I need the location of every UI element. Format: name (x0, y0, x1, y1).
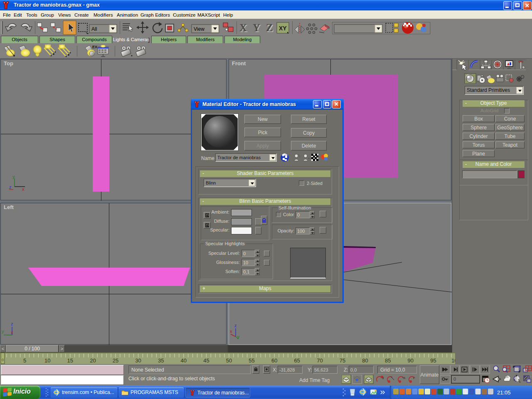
svg-text:z: z (11, 321, 13, 326)
svg-text:EX: EX (92, 45, 97, 49)
svg-text:Y: Y (253, 22, 260, 33)
svg-text:65: 65 (294, 357, 300, 364)
svg-text:5: 5 (23, 357, 26, 364)
svg-text:70: 70 (317, 357, 323, 364)
svg-text:Z: Z (266, 22, 273, 33)
svg-text:35: 35 (158, 357, 164, 364)
svg-text:y: y (237, 334, 240, 339)
svg-text:0: 0 (2, 358, 4, 362)
svg-text:x: x (230, 329, 232, 334)
svg-text:z: z (9, 185, 12, 190)
svg-text:3: 3 (382, 376, 384, 380)
svg-text:20: 20 (90, 357, 96, 364)
svg-text:80: 80 (362, 357, 368, 364)
svg-text:40: 40 (181, 357, 187, 364)
svg-text:90: 90 (408, 357, 414, 364)
svg-text:30: 30 (135, 357, 141, 364)
svg-text:F: F (413, 376, 415, 380)
svg-text:60: 60 (271, 357, 277, 364)
svg-text:z: z (234, 323, 237, 328)
svg-text:100: 100 (451, 357, 455, 364)
svg-text:y: y (12, 175, 15, 179)
svg-text:45: 45 (203, 357, 209, 364)
svg-text:y: y (2, 329, 4, 334)
svg-text:%: % (402, 376, 405, 380)
svg-text:XY: XY (279, 25, 287, 32)
svg-text:0: 0 (453, 377, 456, 382)
svg-text:85: 85 (385, 357, 391, 364)
svg-text:X: X (239, 22, 247, 33)
svg-text:x: x (11, 330, 13, 335)
svg-text:95: 95 (430, 357, 436, 364)
svg-text:View: View (194, 26, 204, 32)
svg-text:10: 10 (44, 357, 50, 364)
svg-text:x: x (22, 187, 25, 192)
svg-text:25: 25 (113, 357, 118, 364)
svg-text:15: 15 (67, 357, 73, 364)
svg-text:55: 55 (249, 357, 254, 364)
svg-text:50: 50 (226, 357, 232, 364)
svg-text:All: All (91, 26, 97, 32)
svg-text:75: 75 (340, 357, 345, 364)
